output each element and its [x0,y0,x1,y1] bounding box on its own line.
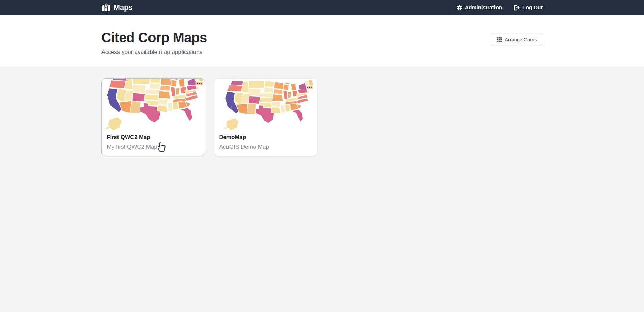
page-title: Cited Corp Maps [101,29,207,46]
brand-home-link[interactable]: Maps [101,3,133,12]
brand-label: Maps [114,3,133,12]
gear-icon [457,5,462,11]
nav-item-label: Log Out [522,4,543,11]
map-brand-icon [101,3,111,12]
card-subtitle: AcuGIS Demo Map [219,144,312,150]
page-header-text: Cited Corp Maps Access your available ma… [101,29,207,56]
nav-item-logout[interactable]: Log Out [514,4,543,11]
us-choropleth-thumbnail [102,79,205,131]
nav-item-label: Administration [465,4,502,11]
grid-icon [497,37,502,42]
card-body: First QWC2 Map My first QWC2 Map [102,131,205,156]
main-content: First QWC2 Map My first QWC2 Map DemoMap… [0,67,644,156]
card-title: DemoMap [219,134,312,140]
card-body: DemoMap AcuGIS Demo Map [214,131,317,156]
page-subtitle: Access your available map applications [101,49,207,56]
sign-out-icon [514,5,520,11]
map-card-demomap[interactable]: DemoMap AcuGIS Demo Map [214,78,317,156]
map-card-first-qwc2[interactable]: First QWC2 Map My first QWC2 Map [101,78,205,156]
page-header: Cited Corp Maps Access your available ma… [0,15,644,67]
navbar-links: Administration Log Out [457,4,543,11]
card-subtitle: My first QWC2 Map [107,144,200,150]
top-navbar: Maps Administration [0,0,644,15]
map-cards-row: First QWC2 Map My first QWC2 Map DemoMap… [101,78,543,156]
arrange-cards-label: Arrange Cards [505,37,537,42]
nav-item-administration[interactable]: Administration [457,4,502,11]
arrange-cards-button[interactable]: Arrange Cards [491,33,543,46]
card-title: First QWC2 Map [107,134,200,140]
us-choropleth-thumbnail [214,79,317,131]
